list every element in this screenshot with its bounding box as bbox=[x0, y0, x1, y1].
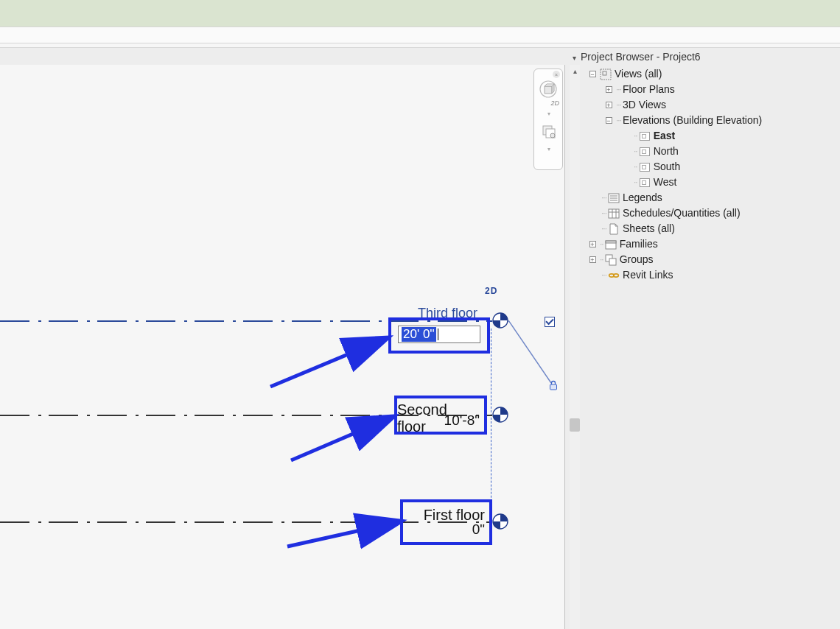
svg-rect-6 bbox=[550, 384, 557, 390]
ribbon-tab-strip bbox=[0, 0, 840, 27]
level-elevation-edit[interactable]: 20' 0'' bbox=[398, 326, 480, 343]
annotation-arrow-third bbox=[269, 335, 398, 393]
svg-line-11 bbox=[287, 521, 400, 547]
viewcube-icon bbox=[539, 80, 558, 99]
ribbon-panel-strip bbox=[0, 27, 840, 43]
tree-label: North bbox=[654, 144, 679, 159]
schedules-icon bbox=[608, 208, 620, 219]
svg-line-5 bbox=[508, 320, 551, 383]
expander-icon[interactable]: − bbox=[604, 116, 613, 125]
tree-guide: ··· bbox=[601, 205, 606, 221]
tree-node-legends[interactable]: ··· Legends bbox=[588, 190, 834, 205]
tree-label: West bbox=[654, 175, 677, 190]
annotation-arrow-second bbox=[290, 412, 404, 467]
tree-guide: ·· bbox=[634, 128, 637, 144]
splitter[interactable] bbox=[564, 65, 565, 629]
svg-rect-13 bbox=[603, 71, 606, 75]
svg-rect-18 bbox=[609, 209, 619, 218]
tree-label: Legends bbox=[623, 190, 662, 205]
tree-label: East bbox=[654, 128, 676, 144]
tree-node-groups[interactable]: + ·· Groups bbox=[588, 252, 834, 267]
project-browser-title: Project Browser - Project6 bbox=[581, 51, 701, 63]
text-caret bbox=[438, 328, 438, 340]
svg-rect-25 bbox=[609, 259, 616, 265]
legends-icon bbox=[608, 192, 620, 204]
expander-icon[interactable]: − bbox=[588, 70, 597, 79]
tree-node-elevation-south[interactable]: ·· South bbox=[588, 159, 834, 175]
tree-label: Groups bbox=[620, 252, 654, 267]
tree-node-elevation-west[interactable]: ·· West bbox=[588, 175, 834, 190]
tree-guide: ··· bbox=[601, 267, 606, 283]
alignment-extension bbox=[491, 328, 491, 520]
level-bubble-third[interactable] bbox=[492, 312, 508, 328]
navbar-caret-icon[interactable]: ▾ bbox=[534, 110, 564, 117]
tree-label: Revit Links bbox=[623, 267, 673, 283]
annotation-arrow-first bbox=[286, 517, 411, 553]
tree-node-families[interactable]: + ·· Families bbox=[588, 236, 834, 252]
level-2d-tag[interactable]: 2D bbox=[485, 286, 497, 296]
tree-label: Views (all) bbox=[615, 66, 662, 82]
navbar-2d-label: 2D bbox=[550, 99, 559, 107]
tree-node-3d-views[interactable]: + ··· 3D Views bbox=[588, 97, 834, 113]
options-bar-dropdown-icon[interactable]: ▾ bbox=[570, 54, 578, 61]
project-browser-titlebar[interactable]: Project Browser - Project6 bbox=[581, 49, 701, 65]
tree-guide: ·· bbox=[600, 252, 603, 267]
tree-node-elevations[interactable]: − ··· Elevations (Building Elevation) bbox=[588, 113, 834, 128]
tree-guide: ··· bbox=[616, 97, 621, 113]
tree-label: 3D Views bbox=[623, 97, 666, 113]
level-elevation-edit-value: 20' 0'' bbox=[402, 327, 436, 342]
revit-links-icon bbox=[608, 270, 620, 281]
level-elev-first[interactable]: 0" bbox=[472, 521, 485, 538]
tree-node-sheets[interactable]: ··· Sheets (all) bbox=[588, 221, 834, 236]
tree-guide: ··· bbox=[616, 113, 621, 128]
tree-label: South bbox=[654, 159, 681, 175]
tree-node-revit-links[interactable]: ··· Revit Links bbox=[588, 267, 834, 283]
vertical-scrollbar-thumb[interactable] bbox=[570, 418, 580, 432]
navbar-close-icon[interactable]: × bbox=[553, 71, 560, 78]
expander-icon[interactable]: + bbox=[588, 240, 597, 249]
svg-line-9 bbox=[270, 338, 387, 387]
svg-point-3 bbox=[550, 133, 555, 138]
sheets-icon bbox=[608, 223, 620, 235]
tree-guide: ·· bbox=[634, 159, 637, 175]
expander-icon[interactable]: + bbox=[604, 85, 613, 94]
tree-node-elevation-east[interactable]: ·· East bbox=[588, 128, 834, 144]
level-bubble-first[interactable] bbox=[492, 513, 508, 530]
groups-icon bbox=[605, 254, 617, 266]
project-browser-tree[interactable]: − Views (all) + ··· Floor Plans + ··· 3D… bbox=[588, 66, 834, 283]
views-root-icon bbox=[600, 68, 612, 80]
tree-node-floor-plans[interactable]: + ··· Floor Plans bbox=[588, 82, 834, 97]
tree-node-elevation-north[interactable]: ·· North bbox=[588, 144, 834, 159]
tree-label: Floor Plans bbox=[623, 82, 675, 97]
expander-icon[interactable]: + bbox=[604, 101, 613, 110]
elevation-view-icon bbox=[639, 161, 651, 173]
navbar-caret2-icon[interactable]: ▾ bbox=[534, 146, 564, 152]
highlight-box-first: First floor 0" bbox=[400, 499, 492, 545]
navigation-bar: × 2D ▾ ▾ bbox=[533, 68, 563, 170]
tree-guide: ··· bbox=[601, 190, 606, 205]
highlight-box-second: Second floor 10'-8" bbox=[394, 396, 487, 435]
viewcube-button[interactable] bbox=[537, 78, 559, 100]
elevation-view-icon bbox=[639, 177, 651, 189]
tree-guide: ·· bbox=[634, 175, 637, 190]
families-icon bbox=[605, 239, 617, 250]
vertical-scrollbar-track[interactable] bbox=[570, 65, 580, 629]
svg-rect-23 bbox=[606, 241, 616, 243]
level-elev-second[interactable]: 10'-8" bbox=[444, 412, 480, 429]
scroll-up-arrow-icon[interactable]: ▴ bbox=[570, 66, 580, 76]
options-bar bbox=[0, 43, 840, 48]
tree-node-views[interactable]: − Views (all) bbox=[588, 66, 834, 82]
level-bubble-second[interactable] bbox=[492, 407, 508, 423]
lock-icon[interactable] bbox=[548, 380, 559, 390]
tree-label: Elevations (Building Elevation) bbox=[623, 113, 762, 128]
steering-wheel-button[interactable] bbox=[541, 124, 557, 140]
tree-guide: ·· bbox=[634, 144, 637, 159]
tree-guide: ··· bbox=[601, 221, 606, 236]
elevation-view-icon bbox=[639, 130, 651, 142]
steering-wheel-icon bbox=[541, 124, 557, 140]
svg-rect-12 bbox=[601, 69, 611, 80]
tree-node-schedules[interactable]: ··· Schedules/Quantities (all) bbox=[588, 205, 834, 221]
tree-guide: ·· bbox=[600, 236, 603, 252]
expander-icon[interactable]: + bbox=[588, 256, 597, 264]
elevation-view-icon bbox=[639, 146, 651, 158]
